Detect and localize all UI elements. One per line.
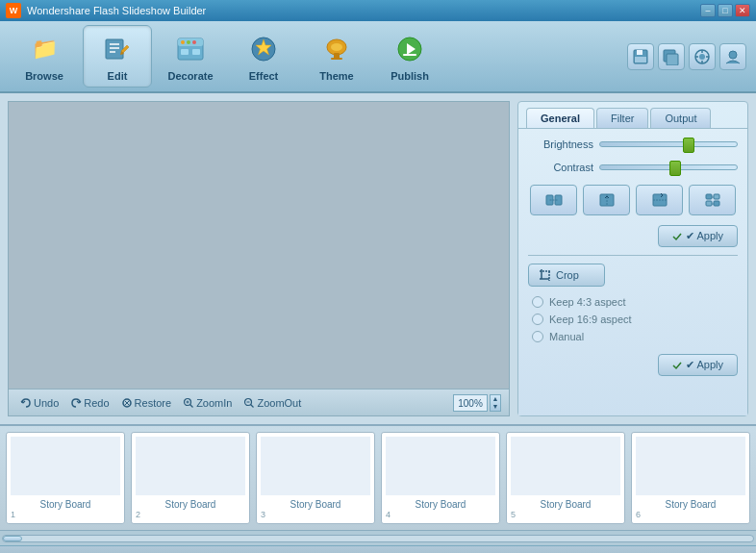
panel-tabs: General Filter Output (518, 102, 747, 128)
adjust-btn-1[interactable] (530, 185, 577, 215)
brightness-thumb[interactable] (683, 138, 694, 153)
toolbar-settings-btn[interactable] (689, 43, 716, 70)
scrollbar-thumb[interactable] (3, 536, 22, 541)
zoomout-button[interactable]: ZoomOut (239, 396, 305, 410)
apply-button-area-2: ✔ Apply (528, 354, 738, 376)
decorate-icon (173, 32, 208, 66)
story-card-5[interactable]: Story Board 5 (506, 432, 625, 524)
toolbar-decorate[interactable]: Decorate (156, 25, 225, 88)
undo-icon (20, 397, 32, 409)
toolbar-save-as-btn[interactable] (658, 43, 685, 70)
apply-button-2[interactable]: ✔ Apply (658, 354, 738, 376)
tab-filter[interactable]: Filter (596, 108, 648, 128)
adjust-btn-2[interactable] (583, 185, 630, 215)
contrast-row: Contrast (528, 162, 738, 173)
crop-section: Crop Keep 4:3 aspect Keep 16:9 aspect Ma… (528, 264, 738, 376)
story-card-3-content (261, 437, 370, 495)
zoomin-button[interactable]: ZoomIn (179, 396, 236, 410)
story-card-1-num: 1 (11, 510, 120, 519)
brightness-label: Brightness (528, 138, 593, 150)
svg-rect-0 (106, 39, 123, 59)
toolbar-theme[interactable]: Theme (302, 25, 371, 88)
adjust-btn-4[interactable] (689, 185, 736, 215)
svg-rect-44 (706, 194, 712, 199)
zoomout-icon (243, 397, 255, 409)
main-toolbar: 📁 Browse Edit (0, 21, 756, 93)
story-card-6-content (636, 437, 745, 495)
story-card-3[interactable]: Story Board 3 (256, 432, 375, 524)
svg-rect-21 (667, 54, 678, 65)
toolbar-effect[interactable]: Effect (229, 25, 298, 88)
radio-circle-43 (532, 296, 543, 308)
redo-button[interactable]: Redo (66, 396, 113, 410)
svg-point-8 (192, 40, 196, 44)
svg-rect-47 (714, 201, 719, 206)
radio-keep169[interactable]: Keep 16:9 aspect (532, 314, 738, 325)
tab-output[interactable]: Output (650, 108, 711, 128)
zoom-display-area: 100% ▲ ▼ (453, 394, 501, 412)
contrast-thumb[interactable] (669, 161, 681, 176)
story-card-2[interactable]: Story Board 2 (131, 432, 250, 524)
undo-button[interactable]: Undo (16, 396, 63, 410)
svg-rect-46 (706, 201, 712, 206)
svg-rect-18 (637, 50, 643, 55)
svg-point-28 (729, 51, 737, 59)
story-card-3-num: 3 (261, 510, 370, 519)
toolbar-user-btn[interactable] (719, 43, 746, 70)
zoom-down-arrow[interactable]: ▼ (491, 403, 500, 411)
crop-icon (539, 268, 552, 282)
checkmark-icon-1 (672, 232, 682, 241)
story-card-5-num: 5 (511, 510, 620, 519)
story-card-2-num: 2 (136, 510, 245, 519)
apply-button-1[interactable]: ✔ Apply (658, 225, 738, 247)
contrast-slider[interactable] (599, 164, 738, 170)
restore-button[interactable]: Restore (117, 396, 176, 410)
browse-label: Browse (25, 70, 63, 82)
story-card-6[interactable]: Story Board 6 (631, 432, 750, 524)
zoomin-icon (183, 397, 194, 409)
toolbar-save-btn[interactable] (627, 43, 654, 70)
main-content: Undo Redo Restore (0, 93, 756, 424)
app-title: Wondershare Flash Slideshow Builder (27, 5, 694, 16)
svg-point-7 (187, 40, 190, 44)
toolbar-right-actions (627, 43, 746, 70)
story-card-1[interactable]: Story Board 1 (6, 432, 125, 524)
story-card-5-content (511, 437, 620, 495)
toolbar-edit[interactable]: Edit (83, 25, 152, 88)
brightness-slider[interactable] (599, 141, 738, 147)
preview-canvas (9, 102, 509, 389)
story-card-1-content (11, 437, 120, 495)
effect-icon (246, 32, 281, 66)
svg-rect-10 (192, 49, 200, 55)
tab-general[interactable]: General (526, 108, 594, 128)
story-card-4-label: Story Board (386, 499, 495, 510)
zoom-up-arrow[interactable]: ▲ (491, 395, 500, 403)
story-card-4[interactable]: Story Board 4 (381, 432, 500, 524)
horizontal-scrollbar[interactable] (0, 530, 756, 545)
story-card-3-label: Story Board (261, 499, 370, 510)
radio-keep43[interactable]: Keep 4:3 aspect (532, 296, 738, 308)
minimize-button[interactable]: – (700, 4, 716, 17)
crop-button[interactable]: Crop (528, 264, 605, 287)
edit-panel: General Filter Output Brightness Contras… (517, 101, 748, 416)
story-card-4-content (386, 437, 495, 495)
effect-label: Effect (249, 70, 279, 82)
decorate-label: Decorate (167, 70, 213, 82)
toolbar-publish[interactable]: Publish (375, 25, 444, 88)
adjust-btn-3[interactable] (636, 185, 683, 215)
statusbar: Untitle Total: 0 photo/00:00:00 (0, 545, 756, 553)
radio-circle-manual (532, 331, 543, 342)
close-button[interactable]: ✕ (735, 4, 750, 17)
preview-controls: Undo Redo Restore (9, 389, 509, 415)
story-card-2-label: Story Board (136, 499, 245, 510)
story-card-4-num: 4 (386, 510, 495, 519)
svg-point-6 (181, 40, 185, 44)
edit-label: Edit (108, 70, 128, 82)
story-card-2-content (136, 437, 245, 495)
maximize-button[interactable]: □ (718, 4, 733, 17)
radio-manual[interactable]: Manual (532, 331, 738, 342)
toolbar-browse[interactable]: 📁 Browse (10, 25, 79, 88)
publish-label: Publish (391, 70, 429, 82)
zoom-scroll[interactable]: ▲ ▼ (490, 394, 501, 412)
story-card-6-label: Story Board (636, 499, 745, 510)
